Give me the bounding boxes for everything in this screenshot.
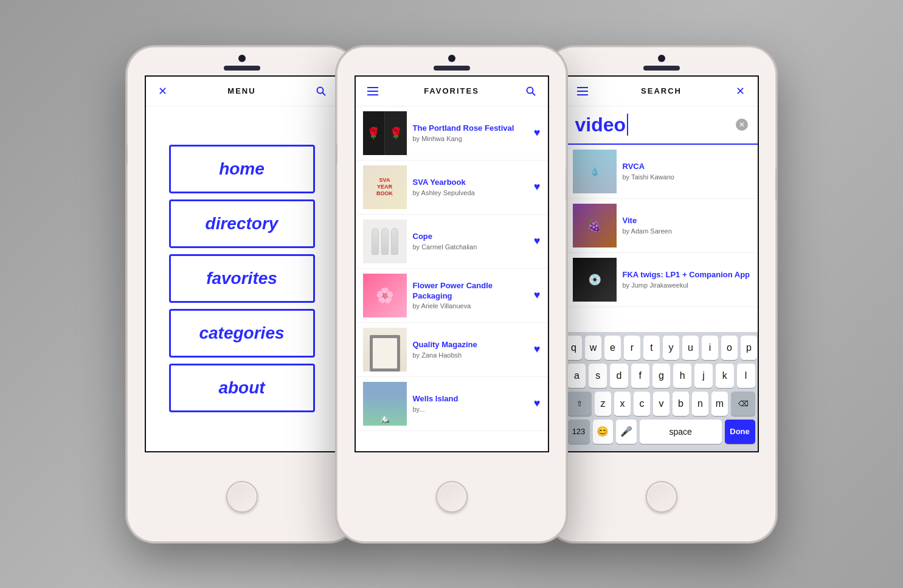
key-t[interactable]: t (643, 336, 660, 360)
portland-heart-icon[interactable]: ♥ (534, 126, 541, 139)
mic-key[interactable]: 🎤 (616, 420, 637, 444)
search-menu-button[interactable] (575, 84, 590, 99)
key-j[interactable]: j (694, 364, 713, 388)
emoji-key[interactable]: 😊 (593, 420, 614, 444)
phone3-bottom (646, 452, 677, 541)
favorites-search-button[interactable] (524, 84, 538, 99)
wells-thumbnail: 🏔️ (363, 382, 407, 426)
shift-key[interactable]: ⇧ (567, 392, 592, 416)
menu-search-button[interactable] (314, 84, 328, 99)
key-k[interactable]: k (716, 364, 734, 388)
wells-info: Wells Island by... (413, 394, 528, 413)
sva-info: SVA Yearbook by Ashley Sepulveda (413, 178, 528, 196)
list-item[interactable]: 💧 RVCA by Taishi Kawano (566, 145, 758, 199)
delete-key[interactable]: ⌫ (731, 392, 755, 416)
menu-item-directory-label: directory (206, 214, 279, 233)
phone3-screen: SEARCH ✕ video ✕ (564, 75, 759, 452)
menu-item-categories[interactable]: categories (169, 309, 315, 358)
menu-item-about[interactable]: about (169, 364, 315, 412)
numbers-key[interactable]: 123 (568, 420, 590, 444)
flower-title: Flower Power Candle Packaging (413, 281, 528, 302)
svg-line-3 (532, 92, 535, 95)
key-z[interactable]: z (595, 392, 611, 416)
key-x[interactable]: x (614, 392, 631, 416)
quality-thumbnail (363, 328, 407, 372)
svg-line-1 (322, 92, 325, 95)
menu-close-button[interactable]: ✕ (156, 84, 170, 99)
portland-title: The Portland Rose Festival (413, 123, 528, 134)
phone2-home-button[interactable] (436, 481, 468, 513)
menu-item-favorites[interactable]: favorites (169, 254, 315, 303)
vite-title: Vite (623, 216, 750, 226)
phone3-home-button[interactable] (646, 481, 677, 513)
cope-heart-icon[interactable]: ♥ (534, 235, 541, 247)
phone2-speaker (434, 66, 470, 71)
rvca-title: RVCA (623, 162, 750, 172)
key-s[interactable]: s (589, 364, 607, 388)
search-close-button[interactable]: ✕ (733, 84, 748, 99)
list-item[interactable]: 💿 FKA twigs: LP1 + Companion App by Jump… (566, 253, 758, 307)
phone-search: SEARCH ✕ video ✕ (547, 47, 775, 541)
menu-item-home-label: home (219, 159, 265, 179)
key-g[interactable]: g (652, 364, 671, 388)
portland-author: by Minhwa Kang (413, 135, 528, 142)
menu-items-list: home directory favorites categories abou… (146, 106, 338, 451)
key-w[interactable]: w (585, 336, 601, 360)
list-item[interactable]: SVAYEARBOOK SVA Yearbook by Ashley Sepul… (356, 161, 548, 215)
flower-thumbnail: 🌸 (363, 274, 407, 317)
done-key[interactable]: Done (725, 420, 755, 444)
key-d[interactable]: d (610, 364, 628, 388)
cope-info: Cope by Carmel Gatchalian (413, 232, 528, 251)
key-p[interactable]: p (741, 336, 757, 360)
key-q[interactable]: q (566, 336, 582, 360)
portland-thumbnail: 🌹 🌹 (363, 111, 407, 155)
search-results-list: 💧 RVCA by Taishi Kawano (566, 145, 758, 332)
menu-item-home[interactable]: home (169, 145, 315, 193)
search-clear-button[interactable]: ✕ (736, 119, 748, 131)
keyboard: q w e r t y u i o p a s (566, 332, 758, 451)
quality-info: Quality Magazine by Zana Haobsh (413, 340, 528, 359)
key-e[interactable]: e (604, 336, 621, 360)
list-item[interactable]: 🌸 Flower Power Candle Packaging by Ariel… (356, 269, 548, 323)
list-item[interactable]: Quality Magazine by Zana Haobsh ♥ (356, 323, 548, 377)
rvca-author: by Taishi Kawano (623, 173, 750, 181)
search-header: SEARCH ✕ (566, 77, 758, 106)
phone1-speaker (224, 66, 260, 71)
phone1-home-button[interactable] (226, 481, 258, 513)
key-c[interactable]: c (634, 392, 650, 416)
key-v[interactable]: v (653, 392, 669, 416)
key-b[interactable]: b (673, 392, 689, 416)
phone2-screen: FAVORITES (355, 75, 549, 452)
key-o[interactable]: o (721, 336, 738, 360)
key-y[interactable]: y (663, 336, 679, 360)
key-i[interactable]: i (702, 336, 718, 360)
list-item[interactable]: 🏔️ Wells Island by... ♥ (356, 377, 548, 431)
key-n[interactable]: n (692, 392, 708, 416)
list-item[interactable]: 🍇 Vite by Adam Sareen (566, 199, 758, 253)
key-a[interactable]: a (567, 364, 586, 388)
list-item[interactable]: Cope by Carmel Gatchalian ♥ (356, 215, 548, 269)
space-key[interactable]: space (640, 420, 722, 444)
quality-heart-icon[interactable]: ♥ (534, 343, 541, 356)
wells-heart-icon[interactable]: ♥ (534, 397, 541, 410)
list-item[interactable]: 🌹 🌹 The Portland Rose Festival by Minhwa… (356, 106, 548, 161)
favorites-menu-button[interactable] (365, 84, 380, 99)
key-m[interactable]: m (711, 392, 728, 416)
phone2-top (337, 47, 566, 73)
key-u[interactable]: u (682, 336, 699, 360)
key-h[interactable]: h (673, 364, 691, 388)
flower-heart-icon[interactable]: ♥ (534, 289, 541, 302)
key-f[interactable]: f (631, 364, 649, 388)
cope-title: Cope (413, 232, 528, 242)
menu-item-directory[interactable]: directory (169, 199, 315, 248)
vite-thumbnail: 🍇 (573, 204, 617, 247)
hamburger-icon (577, 87, 588, 95)
key-r[interactable]: r (624, 336, 640, 360)
key-l[interactable]: l (737, 364, 755, 388)
search-query-display[interactable]: video (575, 114, 748, 136)
fka-author: by Jump Jirakaweekul (623, 282, 750, 289)
quality-title: Quality Magazine (413, 340, 528, 350)
sva-heart-icon[interactable]: ♥ (534, 181, 541, 193)
favorites-title: FAVORITES (424, 86, 479, 95)
keyboard-row-2: a s d f g h j k l (568, 364, 755, 388)
